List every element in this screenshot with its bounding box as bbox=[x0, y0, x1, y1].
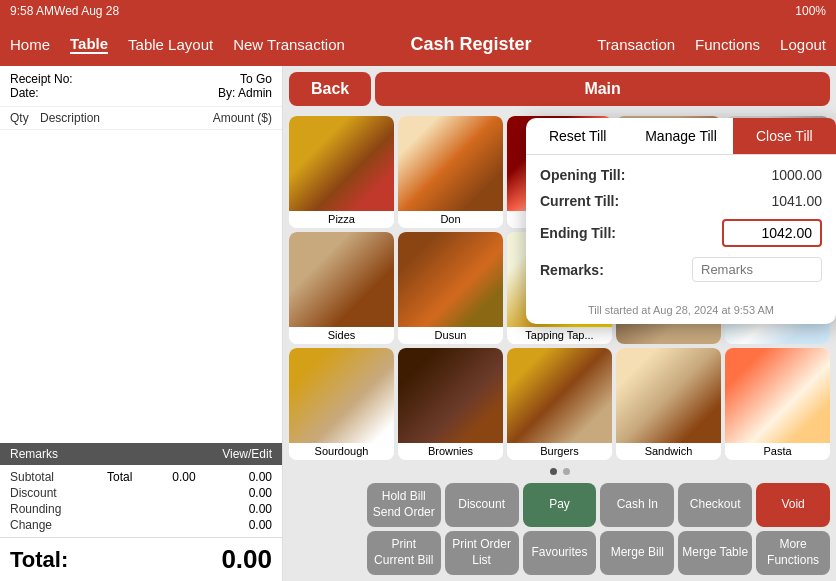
bottom-btn-cash-in[interactable]: Cash In bbox=[600, 483, 674, 527]
popup-tab-reset[interactable]: Reset Till bbox=[526, 118, 629, 154]
ending-till-label: Ending Till: bbox=[540, 225, 616, 241]
date-label: Date: bbox=[10, 86, 39, 100]
food-label: Burgers bbox=[507, 443, 612, 460]
bottom-buttons-row1: Hold Bill Send OrderDiscountPayCash InCh… bbox=[283, 479, 836, 531]
dot-1 bbox=[550, 468, 557, 475]
col-qty: Qty bbox=[10, 111, 40, 125]
food-item-burgers[interactable]: Burgers bbox=[507, 348, 612, 460]
bottom-btn-merge-bill[interactable]: Merge Bill bbox=[600, 531, 674, 575]
nav-new-transaction[interactable]: New Transaction bbox=[233, 36, 345, 53]
total-value-inline: 0.00 bbox=[172, 470, 195, 484]
bottom-btn-pay[interactable]: Pay bbox=[523, 483, 597, 527]
food-image bbox=[398, 116, 503, 211]
opening-till-label: Opening Till: bbox=[540, 167, 625, 183]
subtotal-label: Subtotal bbox=[10, 470, 54, 484]
food-item-pizza[interactable]: Pizza bbox=[289, 116, 394, 228]
bottom-btn-checkout[interactable]: Checkout bbox=[678, 483, 752, 527]
rounding-label: Rounding bbox=[10, 502, 61, 516]
food-label: Pizza bbox=[289, 211, 394, 228]
food-item-sandwich[interactable]: Sandwich bbox=[616, 348, 721, 460]
nav-right: Transaction Functions Logout bbox=[597, 36, 826, 53]
close-till-popup: Reset Till Manage Till Close Till Openin… bbox=[526, 118, 836, 324]
change-label: Change bbox=[10, 518, 52, 532]
right-panel: Back Main PizzaDonSashimiSidesDusunTappi… bbox=[283, 66, 836, 581]
food-label: Sandwich bbox=[616, 443, 721, 460]
popup-tabs: Reset Till Manage Till Close Till bbox=[526, 118, 836, 155]
pagination-dots bbox=[283, 464, 836, 479]
spacer bbox=[289, 483, 363, 527]
discount-value: 0.00 bbox=[249, 486, 272, 500]
subtotal-value: 0.00 bbox=[249, 470, 272, 484]
col-desc: Description bbox=[40, 111, 213, 125]
current-till-value: 1041.00 bbox=[771, 193, 822, 209]
popup-tab-manage[interactable]: Manage Till bbox=[629, 118, 732, 154]
bottom-btn-merge-table[interactable]: Merge Table bbox=[678, 531, 752, 575]
popup-tab-close[interactable]: Close Till bbox=[733, 118, 836, 154]
dot-2 bbox=[563, 468, 570, 475]
nav-home[interactable]: Home bbox=[10, 36, 50, 53]
food-item-dusun[interactable]: Dusun bbox=[398, 232, 503, 344]
grand-total-value: 0.00 bbox=[221, 544, 272, 575]
bottom-btn-discount[interactable]: Discount bbox=[445, 483, 519, 527]
nav-functions[interactable]: Functions bbox=[695, 36, 760, 53]
main-layout: Receipt No: To Go Date: By: Admin Qty De… bbox=[0, 66, 836, 581]
bottom-btn-print-current-bill[interactable]: Print Current Bill bbox=[367, 531, 441, 575]
bottom-btn-hold-bill-send-order[interactable]: Hold Bill Send Order bbox=[367, 483, 441, 527]
status-battery: 100% bbox=[795, 4, 826, 18]
current-till-label: Current Till: bbox=[540, 193, 619, 209]
nav-transaction[interactable]: Transaction bbox=[597, 36, 675, 53]
nav-title: Cash Register bbox=[345, 34, 597, 55]
popup-remarks-input[interactable] bbox=[692, 257, 822, 282]
food-image bbox=[616, 348, 721, 443]
food-label: Don bbox=[398, 211, 503, 228]
bottom-btn-void[interactable]: Void bbox=[756, 483, 830, 527]
change-value: 0.00 bbox=[249, 518, 272, 532]
bottom-btn-print-order-list[interactable]: Print Order List bbox=[445, 531, 519, 575]
grand-total-label: Total: bbox=[10, 547, 68, 573]
food-label: Brownies bbox=[398, 443, 503, 460]
left-panel: Receipt No: To Go Date: By: Admin Qty De… bbox=[0, 66, 283, 581]
admin-value: By: Admin bbox=[218, 86, 272, 100]
rounding-value: 0.00 bbox=[249, 502, 272, 516]
total-label-inline: Total bbox=[107, 470, 132, 484]
remarks-label: Remarks bbox=[10, 447, 58, 461]
ending-till-input[interactable] bbox=[722, 219, 822, 247]
bottom-btn-favourites[interactable]: Favourites bbox=[523, 531, 597, 575]
main-button[interactable]: Main bbox=[375, 72, 830, 106]
food-item-brownies[interactable]: Brownies bbox=[398, 348, 503, 460]
remarks-bar: Remarks View/Edit bbox=[0, 443, 282, 465]
action-row: Back Main bbox=[283, 66, 836, 112]
food-label: Dusun bbox=[398, 327, 503, 344]
popup-footer: Till started at Aug 28, 2024 at 9:53 AM bbox=[526, 304, 836, 324]
food-image bbox=[725, 348, 830, 443]
opening-till-value: 1000.00 bbox=[771, 167, 822, 183]
popup-remarks-label: Remarks: bbox=[540, 262, 604, 278]
bottom-btn-more-functions[interactable]: More Functions bbox=[756, 531, 830, 575]
food-item-pasta[interactable]: Pasta bbox=[725, 348, 830, 460]
food-label: Sides bbox=[289, 327, 394, 344]
food-item-sourdough[interactable]: Sourdough bbox=[289, 348, 394, 460]
food-label: Pasta bbox=[725, 443, 830, 460]
food-item-don[interactable]: Don bbox=[398, 116, 503, 228]
popup-body: Opening Till: 1000.00 Current Till: 1041… bbox=[526, 155, 836, 304]
nav-logout[interactable]: Logout bbox=[780, 36, 826, 53]
spacer2 bbox=[289, 531, 363, 575]
food-item-sides[interactable]: Sides bbox=[289, 232, 394, 344]
nav-table-layout[interactable]: Table Layout bbox=[128, 36, 213, 53]
top-nav: Home Table Table Layout New Transaction … bbox=[0, 22, 836, 66]
nav-table[interactable]: Table bbox=[70, 35, 108, 54]
receipt-items bbox=[0, 130, 282, 443]
receipt-col-header: Qty Description Amount ($) bbox=[0, 107, 282, 130]
food-image bbox=[289, 232, 394, 327]
food-image bbox=[398, 232, 503, 327]
receipt-no-value: To Go bbox=[240, 72, 272, 86]
food-label: Sourdough bbox=[289, 443, 394, 460]
total-bar: Total: 0.00 bbox=[0, 537, 282, 581]
totals-section: Subtotal Total 0.00 0.00 Discount 0.00 R… bbox=[0, 465, 282, 537]
food-label: Tapping Tap... bbox=[507, 327, 612, 344]
remarks-view-edit[interactable]: View/Edit bbox=[222, 447, 272, 461]
back-button[interactable]: Back bbox=[289, 72, 371, 106]
food-image bbox=[289, 116, 394, 211]
receipt-no-label: Receipt No: bbox=[10, 72, 73, 86]
status-time: 9:58 AM bbox=[10, 4, 54, 18]
